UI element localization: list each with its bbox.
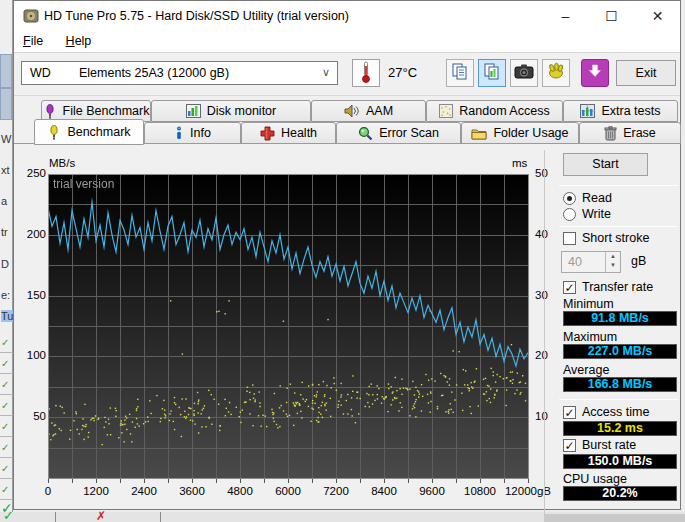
bars-icon <box>186 104 201 118</box>
tab-label: Disk monitor <box>207 104 276 118</box>
y-left-tick: 200 <box>18 228 46 240</box>
download-button[interactable] <box>581 59 609 87</box>
drive-select-dropdown[interactable]: WD Elements 25A3 (12000 gB) ∨ <box>21 61 338 85</box>
y-right-tick: 30 <box>535 289 548 301</box>
tab-random-access[interactable]: Random Access <box>426 100 563 122</box>
burst-rate-checkbox[interactable]: ✓ <box>563 439 576 452</box>
access-time-checkbox[interactable]: ✓ <box>563 406 576 419</box>
tab-health[interactable]: Health <box>241 122 336 144</box>
spinner-arrows[interactable]: ▲▼ <box>605 252 620 272</box>
copy-text-button[interactable] <box>446 59 474 87</box>
read-radio[interactable] <box>563 192 576 205</box>
separator <box>559 185 678 186</box>
background-table-row: ✓ <box>0 374 13 395</box>
transfer-rate-checkbox[interactable]: ✓ <box>563 281 576 294</box>
x-tick: 12000gB <box>500 485 556 497</box>
screenshot-icon <box>483 62 501 84</box>
start-button[interactable]: Start <box>563 153 648 176</box>
drive-model: Elements 25A3 (12000 gB) <box>79 66 229 80</box>
y-right-tick: 40 <box>535 228 548 240</box>
access-time-label: Access time <box>582 405 649 419</box>
menu-help[interactable]: Help <box>57 31 101 51</box>
thermometer-icon <box>360 60 372 84</box>
screen: WxtatrDe:Tu ✓✓✓✓✓✓✓✓✓ ✓ ✗ HD Tune Pro 5.… <box>0 0 685 522</box>
check-icon: ✓ <box>1 421 9 432</box>
maximize-button[interactable]: ☐ <box>589 1 634 31</box>
camera-button[interactable] <box>510 59 538 87</box>
tab-label: Random Access <box>459 104 549 118</box>
background-table-row: ✓ <box>0 437 13 458</box>
tab-label: Error Scan <box>379 126 439 140</box>
benchmark-content: MB/s ms 25020015010050504030201001200240… <box>14 143 680 509</box>
dots-icon <box>439 104 453 118</box>
cpu-usage-label: CPU usage <box>563 472 627 486</box>
panel-divider <box>544 150 545 522</box>
tab-folder-usage[interactable]: Folder Usage <box>461 122 579 144</box>
check-icon: ✓ <box>1 337 9 348</box>
check-icon: ✓ <box>1 463 9 474</box>
background-table-row: ✓ <box>0 479 13 500</box>
folder-icon <box>471 127 487 140</box>
tab-label: Erase <box>623 126 656 140</box>
exclamation-yellow-icon <box>47 125 61 140</box>
magnifier-icon <box>358 126 373 141</box>
background-app-left-strip: WxtatrDe:Tu ✓✓✓✓✓✓✓✓✓ <box>0 0 13 522</box>
background-text-fragment: W <box>1 133 11 145</box>
read-label: Read <box>582 191 612 205</box>
minimum-label: Minimum <box>563 297 614 311</box>
background-text-fragment: xt <box>1 164 10 176</box>
tab-error-scan[interactable]: Error Scan <box>336 122 461 144</box>
tab-aam[interactable]: AAM <box>311 100 426 122</box>
temperature-value: 27°C <box>388 65 417 80</box>
write-radio[interactable] <box>563 208 576 221</box>
background-table-row: ✓ <box>0 395 13 416</box>
tab-extra-tests[interactable]: Extra tests <box>563 100 678 122</box>
background-text-fragment: Tu <box>1 310 13 322</box>
temperature-button[interactable] <box>352 59 380 87</box>
separator <box>559 399 678 400</box>
background-cell <box>0 54 12 88</box>
y-axis-left-label: MB/s <box>49 157 75 169</box>
short-stroke-spinner[interactable]: 40 ▲▼ <box>561 251 621 273</box>
average-label: Average <box>563 363 609 377</box>
burst-rate-value: 150.0 MB/s <box>563 454 677 469</box>
y-right-tick: 50 <box>535 167 548 179</box>
minimize-button[interactable]: – <box>543 1 588 31</box>
y-left-tick: 250 <box>18 167 46 179</box>
camera-icon <box>514 63 534 83</box>
hand-icon <box>547 62 565 84</box>
short-stroke-unit: gB <box>631 254 646 268</box>
check-icon: ✓ <box>1 358 9 369</box>
check-icon: ✓ <box>1 484 9 495</box>
tab-label: Health <box>281 126 317 140</box>
exit-button[interactable]: Exit <box>616 60 676 86</box>
menu-bar: File Help <box>14 31 680 53</box>
background-text-fragment: D <box>1 258 9 270</box>
minimum-value: 91.8 MB/s <box>563 311 677 326</box>
tab-disk-monitor[interactable]: Disk monitor <box>151 100 311 122</box>
average-value: 166.8 MB/s <box>563 377 677 392</box>
background-text-fragment: tr <box>1 226 8 238</box>
drive-vendor: WD <box>30 66 51 80</box>
speaker-icon <box>344 104 360 118</box>
y-left-tick: 100 <box>18 349 46 361</box>
background-table-row: ✓ <box>0 332 13 353</box>
bars-grid-icon <box>580 104 595 118</box>
hdtune-window: HD Tune Pro 5.75 - Hard Disk/SSD Utility… <box>13 0 681 510</box>
check-icon: ✓ <box>1 442 9 453</box>
menu-file[interactable]: File <box>14 31 52 51</box>
donate-button[interactable] <box>542 59 570 87</box>
toolbar: WD Elements 25A3 (12000 gB) ∨ 27°C Exit <box>14 53 680 96</box>
title-bar[interactable]: HD Tune Pro 5.75 - Hard Disk/SSD Utility… <box>14 1 680 31</box>
background-app-bottom-strip: ✓ ✗ <box>0 512 685 522</box>
download-icon <box>587 63 603 83</box>
tab-info[interactable]: Info <box>144 122 241 144</box>
burst-rate-label: Burst rate <box>582 438 636 452</box>
close-button[interactable]: ✕ <box>635 1 680 31</box>
write-label: Write <box>582 207 611 221</box>
short-stroke-checkbox[interactable]: ✓ <box>563 232 576 245</box>
copy-screenshot-button[interactable] <box>478 59 506 87</box>
tab-benchmark[interactable]: Benchmark <box>34 119 144 145</box>
cpu-usage-value: 20.2% <box>563 486 677 501</box>
tab-erase[interactable]: Erase <box>579 122 681 144</box>
